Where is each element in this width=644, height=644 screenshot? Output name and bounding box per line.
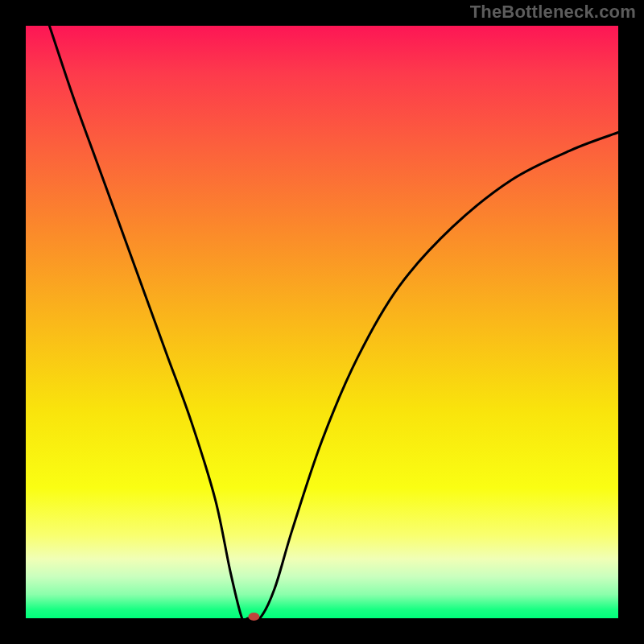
plot-area (26, 26, 618, 618)
bottleneck-curve (26, 26, 618, 618)
chart-frame: TheBottleneck.com (0, 0, 644, 644)
watermark-text: TheBottleneck.com (470, 2, 636, 23)
optimal-point-marker (248, 613, 259, 621)
